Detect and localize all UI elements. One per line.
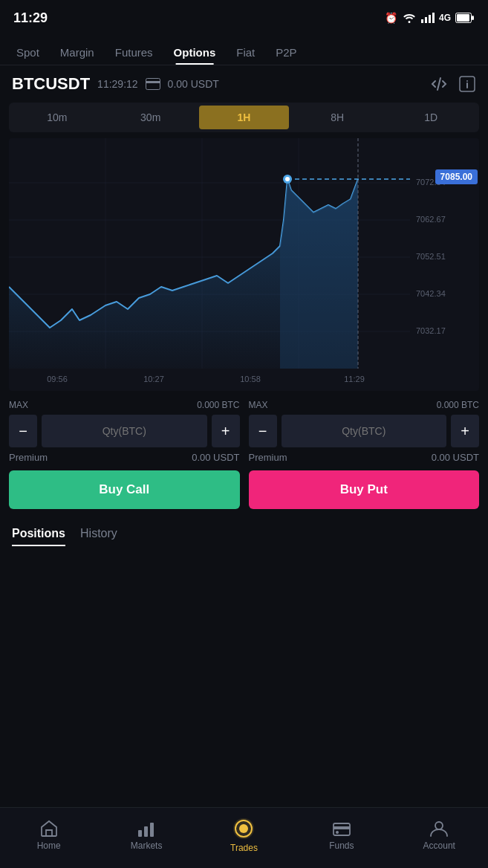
nav-account-label: Account: [423, 841, 455, 851]
trades-icon: [232, 817, 255, 840]
tab-fiat[interactable]: Fiat: [226, 40, 265, 65]
card-icon: [146, 78, 160, 90]
svg-rect-38: [150, 823, 154, 837]
put-decrease-btn[interactable]: −: [249, 415, 277, 447]
alarm-icon: ⏰: [385, 12, 397, 24]
call-increase-btn[interactable]: +: [212, 415, 240, 447]
buy-put-button[interactable]: Buy Put: [249, 470, 480, 509]
period-1h[interactable]: 1H: [199, 106, 290, 129]
put-side: MAX 0.000 BTC − + Premium 0.00 USDT Buy …: [249, 400, 480, 509]
put-max-row: MAX 0.000 BTC: [249, 400, 480, 410]
call-max-amount: 0.000 BTC: [197, 400, 239, 410]
svg-text:7052.51: 7052.51: [416, 252, 446, 261]
period-30m[interactable]: 30m: [105, 106, 196, 129]
usdt-amount: 0.00 USDT: [168, 78, 219, 90]
nav-home-label: Home: [37, 841, 61, 851]
svg-point-44: [336, 831, 339, 834]
tab-p2p[interactable]: P2P: [265, 40, 307, 65]
current-price-badge: 7085.00: [435, 169, 478, 184]
tab-spot[interactable]: Spot: [6, 40, 50, 65]
svg-rect-2: [429, 15, 431, 23]
svg-rect-7: [146, 79, 160, 90]
svg-text:09:56: 09:56: [47, 375, 68, 383]
svg-point-10: [466, 80, 468, 82]
svg-rect-6: [472, 16, 474, 20]
tab-margin[interactable]: Margin: [50, 40, 105, 65]
positions-tabs: Positions History: [12, 527, 476, 546]
header-row: BTCUSDT 11:29:12 0.00 USDT: [0, 65, 488, 103]
status-icons: ⏰ 4G: [385, 12, 475, 24]
wifi-icon: [402, 13, 417, 23]
4g-label: 4G: [439, 13, 451, 23]
nav-trades-label: Trades: [230, 843, 258, 853]
call-qty-input[interactable]: [42, 415, 207, 447]
signal-icon: [421, 13, 435, 23]
nav-markets[interactable]: Markets: [124, 820, 169, 851]
period-8h[interactable]: 8H: [292, 106, 383, 129]
put-max-label: MAX: [249, 400, 268, 410]
nav-account[interactable]: Account: [417, 820, 461, 851]
nav-funds-label: Funds: [329, 841, 354, 851]
header-right-icons: [430, 75, 476, 93]
svg-text:7062.67: 7062.67: [416, 215, 446, 224]
status-bar: 11:29 ⏰ 4G: [0, 0, 488, 33]
svg-rect-3: [432, 13, 435, 23]
put-premium-row: Premium 0.00 USDT: [249, 452, 480, 463]
put-premium-label: Premium: [249, 452, 287, 463]
call-premium-label: Premium: [9, 452, 48, 463]
positions-section: Positions History: [0, 515, 488, 546]
call-decrease-btn[interactable]: −: [9, 415, 37, 447]
chart-area: 09:56 10:27 10:58 11:29 7072.84 7062.67 …: [9, 138, 479, 391]
svg-text:11:29: 11:29: [344, 375, 365, 383]
put-premium-value: 0.00 USDT: [432, 452, 479, 463]
svg-text:7042.34: 7042.34: [416, 289, 446, 298]
time-display: 11:29: [13, 10, 48, 26]
put-qty-row: − +: [249, 415, 480, 447]
call-max-label: MAX: [9, 400, 28, 410]
put-qty-input[interactable]: [282, 415, 447, 447]
nav-markets-label: Markets: [131, 841, 163, 851]
put-max-amount: 0.000 BTC: [437, 400, 479, 410]
svg-point-26: [285, 177, 290, 181]
svg-point-45: [435, 822, 443, 829]
transfer-icon[interactable]: [430, 75, 448, 93]
header-time: 11:29:12: [97, 78, 138, 90]
svg-rect-37: [144, 826, 148, 837]
svg-text:10:58: 10:58: [240, 375, 261, 383]
svg-text:10:27: 10:27: [143, 375, 164, 383]
svg-rect-0: [421, 19, 423, 23]
svg-rect-8: [146, 81, 160, 83]
period-1d[interactable]: 1D: [385, 106, 476, 129]
nav-home[interactable]: Home: [27, 820, 71, 851]
tab-options[interactable]: Options: [163, 40, 227, 65]
svg-rect-5: [457, 14, 469, 22]
bottom-nav: Home Markets Trades Funds A: [0, 807, 488, 868]
svg-rect-43: [334, 826, 350, 829]
history-tab[interactable]: History: [80, 527, 117, 546]
info-icon[interactable]: [458, 75, 476, 93]
nav-funds[interactable]: Funds: [319, 820, 364, 851]
svg-point-41: [239, 824, 248, 833]
svg-text:7032.17: 7032.17: [416, 326, 446, 335]
call-qty-row: − +: [9, 415, 240, 447]
home-icon: [39, 820, 59, 838]
period-tabs: 10m 30m 1H 8H 1D: [9, 103, 479, 132]
call-side: MAX 0.000 BTC − + Premium 0.00 USDT Buy …: [9, 400, 240, 509]
account-icon: [429, 820, 449, 838]
nav-trades[interactable]: Trades: [221, 817, 266, 853]
period-10m[interactable]: 10m: [12, 106, 103, 129]
call-premium-value: 0.00 USDT: [192, 452, 239, 463]
svg-rect-36: [138, 830, 142, 837]
call-max-row: MAX 0.000 BTC: [9, 400, 240, 410]
markets-icon: [137, 820, 156, 838]
svg-rect-1: [425, 17, 427, 23]
svg-marker-22: [280, 179, 358, 369]
buy-call-button[interactable]: Buy Call: [9, 470, 240, 509]
positions-tab[interactable]: Positions: [12, 527, 65, 546]
funds-icon: [332, 820, 351, 838]
nav-tabs: Spot Margin Futures Options Fiat P2P: [0, 33, 488, 65]
put-increase-btn[interactable]: +: [451, 415, 479, 447]
tab-futures[interactable]: Futures: [105, 40, 163, 65]
call-premium-row: Premium 0.00 USDT: [9, 452, 240, 463]
battery-icon: [455, 13, 475, 23]
